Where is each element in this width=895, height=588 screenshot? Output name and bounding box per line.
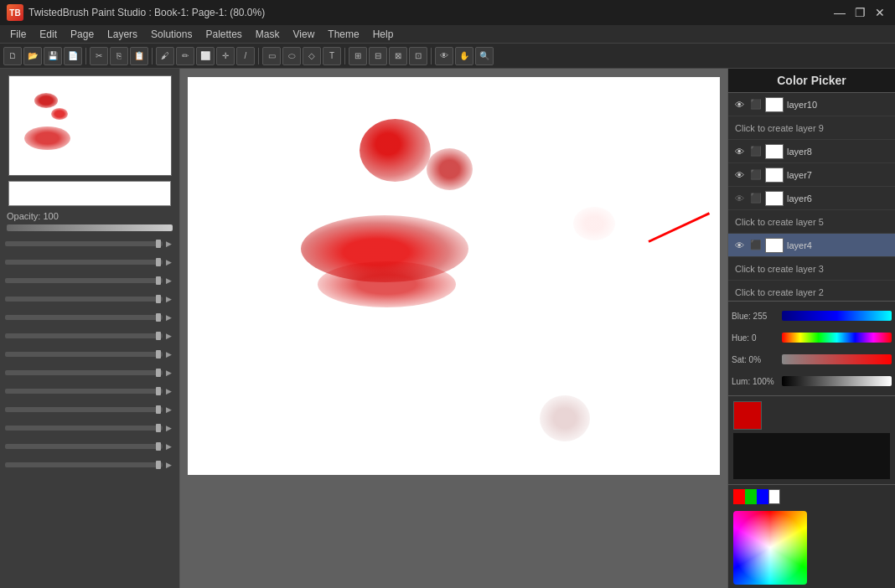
menu-file[interactable]: File: [3, 27, 33, 42]
arrow-icon-7[interactable]: ▶: [163, 348, 174, 360]
layer-eye-layer8[interactable]: 👁: [732, 144, 747, 159]
menu-layers[interactable]: Layers: [101, 27, 144, 42]
layer-link-layer10[interactable]: ⬛: [748, 97, 763, 112]
color-wheel-area: [728, 508, 895, 588]
create-layer-2[interactable]: Click to create layer 2: [728, 281, 895, 301]
layer-eye-layer10[interactable]: 👁: [732, 97, 747, 112]
param-slider-13[interactable]: [5, 462, 163, 467]
arrow-icon-1[interactable]: ▶: [163, 238, 174, 250]
arrow-icon-2[interactable]: ▶: [163, 256, 174, 268]
opacity-slider[interactable]: [7, 224, 173, 231]
tool-grid2[interactable]: ⊟: [369, 47, 387, 65]
layer-row-layer6[interactable]: 👁 ⬛ layer6: [728, 187, 895, 210]
layer-eye-layer6[interactable]: 👁: [732, 191, 747, 206]
arrow-icon-5[interactable]: ▶: [163, 312, 174, 323]
maximize-button[interactable]: ❐: [851, 4, 868, 21]
layer-row-layer10[interactable]: 👁 ⬛ layer10: [728, 93, 895, 116]
palette-white[interactable]: [768, 489, 780, 504]
menu-page[interactable]: Page: [64, 27, 101, 42]
param-slider-10[interactable]: [5, 407, 163, 412]
param-slider-5[interactable]: [5, 315, 163, 320]
color-wheel[interactable]: [733, 511, 807, 585]
tool-grid3[interactable]: ⊠: [389, 47, 407, 65]
tool-open[interactable]: 📂: [23, 47, 42, 65]
tool-move[interactable]: ✛: [216, 47, 235, 65]
tool-copy[interactable]: ⎘: [110, 47, 128, 65]
tool-saveas[interactable]: 📄: [64, 47, 82, 65]
arrow-icon-10[interactable]: ▶: [163, 404, 174, 415]
param-slider-9[interactable]: [5, 389, 163, 394]
param-row-12: ▶: [0, 437, 179, 456]
menu-mask[interactable]: Mask: [249, 27, 287, 42]
arrow-icon-8[interactable]: ▶: [163, 367, 174, 379]
param-slider-4[interactable]: [5, 297, 163, 302]
layer-row-layer7[interactable]: 👁 ⬛ layer7: [728, 163, 895, 187]
tool-pencil[interactable]: ✏: [176, 47, 194, 65]
lum-slider[interactable]: [782, 376, 892, 386]
app-icon: TB: [7, 4, 23, 21]
layer-link-layer8[interactable]: ⬛: [748, 144, 763, 159]
tool-text[interactable]: T: [323, 47, 341, 65]
hue-slider[interactable]: [782, 333, 892, 343]
layer-thumb-layer10: [765, 97, 784, 112]
param-slider-1[interactable]: [5, 241, 163, 246]
param-slider-7[interactable]: [5, 352, 163, 357]
layer-link-layer6[interactable]: ⬛: [748, 191, 763, 206]
param-slider-2[interactable]: [5, 260, 163, 265]
create-layer-5[interactable]: Click to create layer 5: [728, 210, 895, 234]
tool-brush[interactable]: 🖌: [156, 47, 174, 65]
palette-red[interactable]: [733, 489, 745, 504]
menu-help[interactable]: Help: [366, 27, 401, 42]
tool-eraser[interactable]: ⬜: [196, 47, 215, 65]
arrow-icon-4[interactable]: ▶: [163, 293, 174, 305]
param-slider-11[interactable]: [5, 426, 163, 431]
tool-grid4[interactable]: ⊡: [409, 47, 427, 65]
paint-stroke-f: [573, 207, 615, 240]
layer-eye-layer7[interactable]: 👁: [732, 168, 747, 183]
tool-ellipse[interactable]: ⬭: [282, 47, 301, 65]
main-canvas[interactable]: [188, 77, 720, 475]
arrow-icon-13[interactable]: ▶: [163, 459, 174, 471]
sat-slider[interactable]: [782, 354, 892, 364]
tool-new[interactable]: 🗋: [3, 47, 22, 65]
menu-view[interactable]: View: [287, 27, 322, 42]
menu-theme[interactable]: Theme: [321, 27, 365, 42]
left-panel: Opacity: 100 ▶ ▶ ▶ ▶: [0, 69, 180, 588]
tool-grid[interactable]: ⊞: [349, 47, 367, 65]
param-slider-6[interactable]: [5, 333, 163, 338]
layer-eye-layer4[interactable]: 👁: [732, 238, 747, 253]
param-slider-3[interactable]: [5, 278, 163, 283]
arrow-icon-6[interactable]: ▶: [163, 330, 174, 342]
layer-link-layer4[interactable]: ⬛: [748, 238, 763, 253]
blue-slider[interactable]: [782, 311, 892, 321]
create-layer-3[interactable]: Click to create layer 3: [728, 257, 895, 281]
palette-green[interactable]: [745, 489, 757, 504]
tool-eye[interactable]: 👁: [435, 47, 453, 65]
param-slider-12[interactable]: [5, 444, 163, 449]
layer-row-layer4[interactable]: 👁 ⬛ layer4: [728, 234, 895, 257]
tool-paste[interactable]: 📋: [130, 47, 148, 65]
param-slider-8[interactable]: [5, 370, 163, 375]
arrow-icon-9[interactable]: ▶: [163, 385, 174, 397]
tool-diamond[interactable]: ◇: [303, 47, 321, 65]
tool-hand[interactable]: ✋: [455, 47, 473, 65]
minimize-button[interactable]: —: [831, 4, 848, 21]
tool-save[interactable]: 💾: [44, 47, 62, 65]
tool-line[interactable]: /: [236, 47, 255, 65]
arrow-icon-12[interactable]: ▶: [163, 441, 174, 452]
tool-cut[interactable]: ✂: [90, 47, 108, 65]
main-color-swatch[interactable]: [733, 401, 762, 430]
opacity-slider-container[interactable]: [0, 224, 179, 231]
menu-palettes[interactable]: Palettes: [199, 27, 248, 42]
arrow-icon-3[interactable]: ▶: [163, 275, 174, 286]
tool-zoom[interactable]: 🔍: [475, 47, 494, 65]
menu-solutions[interactable]: Solutions: [144, 27, 199, 42]
create-layer-9[interactable]: Click to create layer 9: [728, 116, 895, 140]
arrow-icon-11[interactable]: ▶: [163, 422, 174, 434]
tool-rect[interactable]: ▭: [262, 47, 281, 65]
menu-edit[interactable]: Edit: [33, 27, 64, 42]
layer-link-layer7[interactable]: ⬛: [748, 168, 763, 183]
layer-row-layer8[interactable]: 👁 ⬛ layer8: [728, 140, 895, 163]
palette-blue[interactable]: [757, 489, 768, 504]
close-button[interactable]: ✕: [872, 4, 888, 21]
